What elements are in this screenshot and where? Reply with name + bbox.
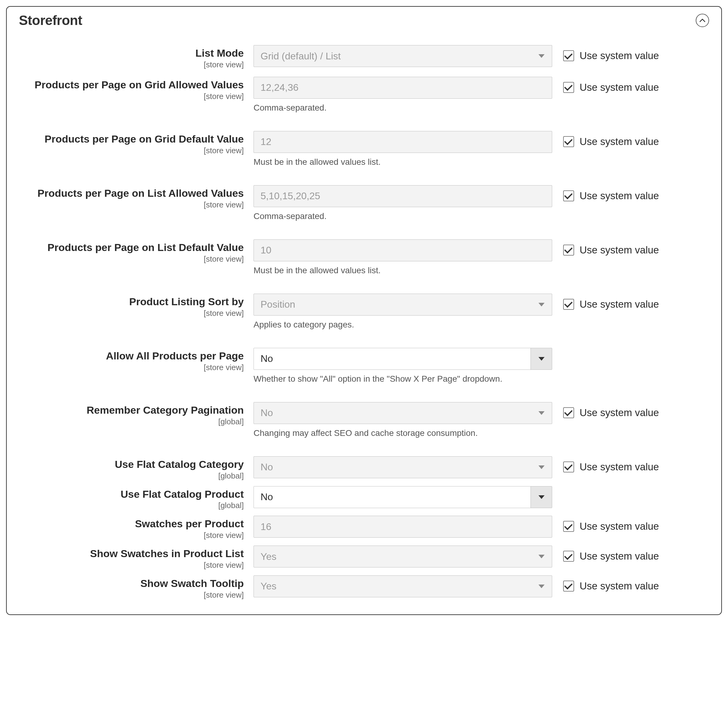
remember_pagination-select: No <box>254 402 552 424</box>
use-system-value-label: Use system value <box>579 550 659 562</box>
use-system-value-column: Use system value <box>552 131 709 147</box>
control-column: No <box>254 456 552 478</box>
control-column: Yes <box>254 575 552 597</box>
use-system-value-column: Use system value <box>552 294 709 310</box>
use-system-value-column <box>552 486 709 491</box>
use-system-value-column: Use system value <box>552 456 709 473</box>
field-row: List Mode[store view]Grid (default) / Li… <box>19 38 709 69</box>
grid_allowed-input: 12,24,36 <box>254 77 552 99</box>
list_default-input: 10 <box>254 239 552 261</box>
use-system-value-column: Use system value <box>552 575 709 592</box>
control-column: 10Must be in the allowed values list. <box>254 239 552 286</box>
field-label: Products per Page on List Allowed Values <box>19 187 244 200</box>
field-label: Remember Category Pagination <box>19 404 244 416</box>
field-note: Applies to category pages. <box>254 320 552 330</box>
field-row: Products per Page on List Allowed Values… <box>19 178 709 232</box>
field-label: Swatches per Product <box>19 518 244 530</box>
field-scope: [store view] <box>19 60 244 69</box>
label-column: Show Swatch Tooltip[store view] <box>19 575 254 600</box>
use-system-value-label: Use system value <box>579 520 659 532</box>
control-column: NoWhether to show "All" option in the "S… <box>254 348 552 395</box>
use-system-value-column: Use system value <box>552 185 709 202</box>
field-scope: [store view] <box>19 146 244 155</box>
use-system-value-column: Use system value <box>552 77 709 93</box>
field-scope: [store view] <box>19 531 244 540</box>
use-system-value-checkbox[interactable] <box>563 190 574 201</box>
chevron-down-icon <box>531 457 552 478</box>
field-row: Product Listing Sort by[store view]Posit… <box>19 286 709 340</box>
field-label: Use Flat Catalog Product <box>19 488 244 501</box>
chevron-down-icon <box>531 546 552 567</box>
use-system-value-label: Use system value <box>579 580 659 592</box>
use-system-value-column: Use system value <box>552 402 709 418</box>
label-column: Show Swatches in Product List[store view… <box>19 546 254 570</box>
label-column: Products per Page on Grid Allowed Values… <box>19 77 254 101</box>
use-system-value-label: Use system value <box>579 82 659 93</box>
storefront-panel: Storefront List Mode[store view]Grid (de… <box>6 6 722 615</box>
field-row: Products per Page on Grid Default Value[… <box>19 124 709 178</box>
use-system-value-checkbox[interactable] <box>563 407 574 418</box>
use-system-value-label: Use system value <box>579 298 659 310</box>
label-column: Products per Page on List Allowed Values… <box>19 185 254 210</box>
control-column: PositionApplies to category pages. <box>254 294 552 340</box>
label-column: Use Flat Catalog Category[global] <box>19 456 254 481</box>
use-system-value-column: Use system value <box>552 239 709 256</box>
control-column: Grid (default) / List <box>254 45 552 67</box>
use-system-value-column: Use system value <box>552 516 709 532</box>
label-column: Products per Page on List Default Value[… <box>19 239 254 264</box>
use-system-value-column: Use system value <box>552 546 709 562</box>
sort_by-select: Position <box>254 294 552 316</box>
use-system-value-column <box>552 348 709 353</box>
show_swatch_tooltip-select: Yes <box>254 575 552 597</box>
field-row: Use Flat Catalog Product[global]No <box>19 481 709 510</box>
field-note: Whether to show "All" option in the "Sho… <box>254 374 552 384</box>
select-value: Yes <box>261 580 545 592</box>
chevron-up-icon <box>699 18 705 22</box>
use-system-value-label: Use system value <box>579 50 659 62</box>
field-scope: [global] <box>19 417 244 426</box>
control-column: 12,24,36Comma-separated. <box>254 77 552 124</box>
panel-title: Storefront <box>19 13 82 28</box>
use-system-value-label: Use system value <box>579 190 659 202</box>
field-note: Comma-separated. <box>254 212 552 221</box>
field-scope: [store view] <box>19 309 244 318</box>
field-row: Allow All Products per Page[store view]N… <box>19 340 709 395</box>
allow_all-select[interactable]: No <box>254 348 552 370</box>
chevron-down-icon <box>531 486 552 508</box>
list_mode-select: Grid (default) / List <box>254 45 552 67</box>
select-value: No <box>261 353 545 364</box>
field-label: Products per Page on Grid Default Value <box>19 133 244 145</box>
use-system-value-checkbox[interactable] <box>563 136 574 147</box>
field-row: Products per Page on List Default Value[… <box>19 232 709 286</box>
use-system-value-checkbox[interactable] <box>563 50 574 61</box>
use-system-value-column: Use system value <box>552 45 709 62</box>
use-system-value-checkbox[interactable] <box>563 521 574 532</box>
field-label: Products per Page on Grid Allowed Values <box>19 79 244 91</box>
field-label: Use Flat Catalog Category <box>19 458 244 471</box>
use-system-value-checkbox[interactable] <box>563 244 574 256</box>
select-value: No <box>261 462 545 473</box>
use-system-value-checkbox[interactable] <box>563 580 574 591</box>
field-note: Must be in the allowed values list. <box>254 266 552 275</box>
control-column: No <box>254 486 552 508</box>
chevron-down-icon <box>531 45 552 67</box>
select-value: Yes <box>261 551 545 562</box>
field-label: Show Swatch Tooltip <box>19 577 244 590</box>
field-note: Must be in the allowed values list. <box>254 157 552 167</box>
use-system-value-checkbox[interactable] <box>563 551 574 562</box>
field-rows: List Mode[store view]Grid (default) / Li… <box>19 38 709 600</box>
field-scope: [store view] <box>19 92 244 101</box>
collapse-button[interactable] <box>696 14 709 27</box>
use-system-value-checkbox[interactable] <box>563 82 574 93</box>
label-column: Products per Page on Grid Default Value[… <box>19 131 254 155</box>
use-system-value-label: Use system value <box>579 244 659 256</box>
use-system-value-checkbox[interactable] <box>563 299 574 310</box>
field-label: Products per Page on List Default Value <box>19 241 244 254</box>
use-system-value-checkbox[interactable] <box>563 462 574 472</box>
field-row: Use Flat Catalog Category[global]NoUse s… <box>19 449 709 481</box>
control-column: 16 <box>254 516 552 538</box>
flat_product-select[interactable]: No <box>254 486 552 508</box>
use-system-value-label: Use system value <box>579 461 659 473</box>
select-value: No <box>261 407 545 418</box>
use-system-value-label: Use system value <box>579 407 659 418</box>
